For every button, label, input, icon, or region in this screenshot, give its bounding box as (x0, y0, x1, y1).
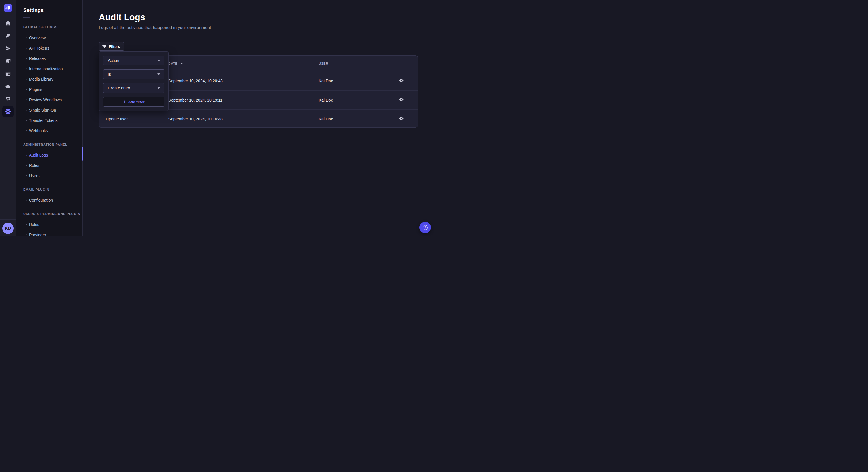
filter-icon (102, 45, 106, 48)
filter-value-select[interactable]: Create entry (103, 83, 164, 93)
view-details-button[interactable] (397, 96, 405, 104)
settings-gear-icon (5, 108, 11, 115)
rail-divider (0, 16, 16, 16)
sidebar-item-plugins[interactable]: Plugins (16, 84, 82, 95)
settings-sidebar: Settings GLOBAL SETTINGS Overview API To… (16, 0, 83, 236)
sidebar-item-internationalization[interactable]: Internationalization (16, 64, 82, 74)
filter-operator-select[interactable]: is (103, 69, 164, 79)
eye-icon (399, 78, 404, 84)
section-global-settings: GLOBAL SETTINGS (16, 25, 82, 29)
settings-active-tile (2, 106, 14, 117)
sort-desc-icon (180, 63, 183, 64)
nav-cloud[interactable] (2, 80, 14, 93)
plus-icon: + (123, 99, 126, 104)
cell-date: September 10, 2024, 10:20:43 (168, 78, 319, 83)
chevron-down-icon (157, 73, 160, 75)
column-header-date[interactable]: DATE (168, 62, 319, 65)
section-email-plugin: EMAIL PLUGIN (16, 188, 82, 191)
question-mark-icon: ? (423, 225, 428, 230)
eye-icon (399, 116, 404, 122)
user-avatar[interactable]: KD (2, 223, 14, 234)
filter-popover: Action is Create entry + Add filter (99, 51, 169, 111)
sidebar-item-single-sign-on[interactable]: Single Sign-On (16, 105, 82, 115)
icon-rail: KD (0, 0, 16, 236)
cell-user: Kai Doe (319, 98, 392, 102)
page-title: Audit Logs (99, 12, 418, 23)
cell-date: September 10, 2024, 10:19:11 (168, 98, 319, 102)
sidebar-title: Settings (16, 0, 82, 13)
media-pictures-icon (5, 58, 11, 64)
sidebar-item-email-configuration[interactable]: Configuration (16, 195, 82, 205)
sidebar-item-overview[interactable]: Overview (16, 33, 82, 43)
sidebar-item-admin-users[interactable]: Users (16, 171, 82, 181)
sidebar-item-releases[interactable]: Releases (16, 53, 82, 64)
sidebar-item-media-library[interactable]: Media Library (16, 74, 82, 84)
column-header-user: USER (319, 62, 392, 65)
chevron-down-icon (157, 87, 160, 89)
cell-user: Kai Doe (319, 117, 392, 121)
sidebar-item-up-roles[interactable]: Roles (16, 220, 82, 230)
paper-plane-icon (5, 45, 11, 52)
cell-action: Update user (106, 117, 168, 121)
add-filter-button[interactable]: + Add filter (103, 97, 164, 107)
strapi-logo-mark (5, 6, 8, 9)
nav-settings[interactable] (2, 105, 14, 118)
sidebar-item-up-providers[interactable]: Providers (16, 230, 82, 236)
view-details-button[interactable] (397, 77, 405, 85)
sidebar-item-review-workflows[interactable]: Review Workflows (16, 95, 82, 105)
chevron-down-icon (157, 60, 160, 61)
home-icon (5, 20, 11, 26)
sidebar-title-divider (23, 18, 30, 18)
eye-icon (399, 97, 404, 103)
cell-date: September 10, 2024, 10:16:48 (168, 117, 319, 121)
table-row[interactable]: Update user September 10, 2024, 10:16:48… (99, 109, 417, 128)
page-subtitle: Logs of all the activities that happened… (99, 25, 418, 30)
view-details-button[interactable] (397, 115, 405, 123)
sidebar-item-transfer-tokens[interactable]: Transfer Tokens (16, 115, 82, 126)
sidebar-item-audit-logs[interactable]: Audit Logs (16, 150, 82, 160)
sidebar-item-admin-roles[interactable]: Roles (16, 160, 82, 171)
feather-content-icon (5, 33, 11, 39)
section-users-permissions-plugin: USERS & PERMISSIONS PLUGIN (16, 212, 82, 216)
sidebar-item-api-tokens[interactable]: API Tokens (16, 43, 82, 53)
filters-button[interactable]: Filters (99, 42, 124, 51)
nav-releases[interactable] (2, 42, 14, 55)
nav-home[interactable] (2, 17, 14, 30)
filter-attribute-select[interactable]: Action (103, 56, 164, 65)
help-button[interactable]: ? (420, 222, 431, 233)
layout-window-icon (5, 71, 11, 77)
cloud-icon (5, 83, 11, 90)
sidebar-item-webhooks[interactable]: Webhooks (16, 126, 82, 136)
strapi-logo[interactable] (4, 4, 12, 12)
app-window: KD Settings GLOBAL SETTINGS Overview API… (0, 0, 434, 236)
nav-content-manager[interactable] (2, 30, 14, 42)
marketplace-cart-icon (5, 96, 11, 102)
nav-marketplace[interactable] (2, 93, 14, 105)
cell-user: Kai Doe (319, 78, 392, 83)
section-administration-panel: ADMINISTRATION PANEL (16, 143, 82, 146)
main-content: Audit Logs Logs of all the activities th… (83, 0, 434, 236)
nav-media-library[interactable] (2, 55, 14, 67)
nav-content-type-builder[interactable] (2, 67, 14, 80)
